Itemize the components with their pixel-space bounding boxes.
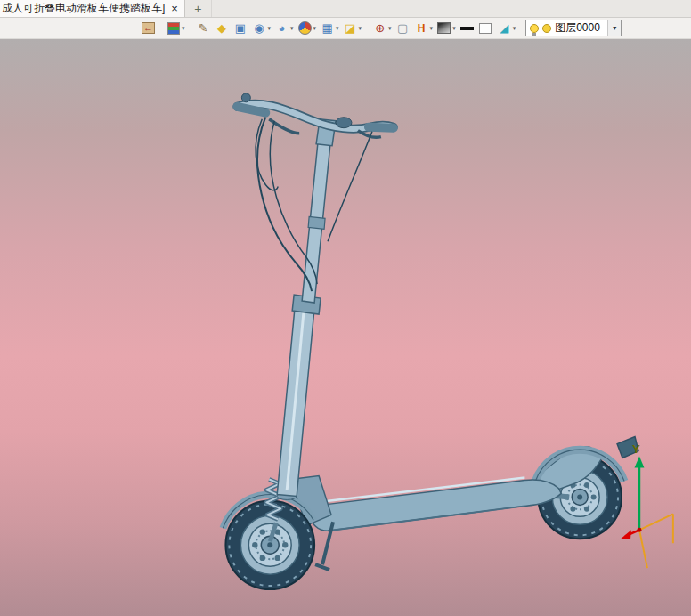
document-tab-title: 成人可折叠电动滑板车便携踏板车]	[2, 1, 165, 16]
section-glyph: H	[414, 20, 429, 36]
material-glyph: ◪	[343, 20, 358, 36]
shaded-view-glyph	[436, 20, 451, 36]
section-icon[interactable]: H ▾	[413, 19, 435, 37]
dropdown-arrow-icon[interactable]: ▾	[268, 25, 272, 32]
view-window-glyph: ▢	[395, 20, 411, 36]
dropdown-arrow-icon[interactable]: ▾	[388, 25, 392, 32]
extrude-cube-glyph: ▣	[233, 20, 248, 36]
view-window-icon[interactable]: ▢	[394, 19, 411, 37]
line-width-glyph	[459, 20, 475, 36]
scooter-model[interactable]: Y	[0, 39, 691, 616]
layer-color-icon	[542, 24, 551, 33]
axis-y-label: Y	[632, 442, 640, 456]
finish-exit-glyph: ←	[142, 22, 155, 34]
dropdown-arrow-icon[interactable]: ▾	[290, 25, 294, 32]
material-icon[interactable]: ◪ ▾	[342, 19, 363, 37]
dropdown-arrow-icon[interactable]: ▾	[359, 25, 362, 32]
dropdown-arrow-icon[interactable]: ▾	[430, 25, 434, 32]
cad-window: 成人可折叠电动滑板车便携踏板车] × + ← ▾ ✎ ◆ ▣ ◉ ▾ ◕	[0, 0, 691, 616]
document-tab[interactable]: 成人可折叠电动滑板车便携踏板车] ×	[0, 0, 185, 17]
sketch-pencil-icon[interactable]: ✎	[195, 19, 212, 37]
view-orient-glyph: ◢	[497, 20, 512, 36]
revolve-sphere-icon[interactable]: ◕ ▾	[273, 19, 295, 37]
dropdown-arrow-icon[interactable]: ▾	[513, 25, 516, 32]
shaded-view-icon[interactable]: ▾	[435, 19, 457, 37]
dropdown-arrow-icon[interactable]: ▾	[182, 25, 185, 32]
line-width-icon[interactable]	[459, 19, 476, 37]
dropdown-arrow-icon[interactable]: ▾	[336, 25, 339, 32]
stem-tube[interactable]	[277, 119, 336, 500]
background-blank-icon[interactable]	[477, 19, 494, 37]
display-mode-glyph	[166, 20, 181, 36]
layer-combo[interactable]: 图层0000 ▾	[525, 20, 622, 36]
tab-bar: 成人可折叠电动滑板车便携踏板车] × +	[0, 0, 691, 18]
color-wheel-glyph	[297, 20, 313, 36]
extrude-cube-icon[interactable]: ▣	[232, 19, 249, 37]
boolean-cube-icon[interactable]: ◉ ▾	[251, 19, 272, 37]
main-toolbar: ← ▾ ✎ ◆ ▣ ◉ ▾ ◕ ▾ ▾ ▦	[0, 18, 691, 39]
boolean-cube-glyph: ◉	[252, 20, 267, 36]
sketch-pencil-glyph: ✎	[196, 20, 211, 36]
finish-exit-icon[interactable]: ←	[141, 19, 156, 37]
locate-crosshair-glyph: ⊕	[372, 20, 387, 36]
view-orient-icon[interactable]: ◢ ▾	[496, 19, 517, 37]
pattern-grid-icon[interactable]: ▦ ▾	[319, 19, 340, 37]
revolve-sphere-glyph: ◕	[274, 20, 289, 36]
chamfer-icon[interactable]: ◆	[214, 19, 231, 37]
dropdown-arrow-icon[interactable]: ▾	[313, 25, 317, 32]
dropdown-arrow-icon[interactable]: ▾	[452, 25, 456, 32]
pattern-grid-glyph: ▦	[320, 20, 335, 36]
new-tab-button[interactable]: +	[185, 0, 212, 17]
chamfer-glyph: ◆	[215, 20, 230, 36]
display-mode-icon[interactable]: ▾	[165, 19, 186, 37]
color-wheel-icon[interactable]: ▾	[297, 19, 318, 37]
layer-combo-arrow-icon[interactable]: ▾	[607, 20, 621, 36]
locate-crosshair-icon[interactable]: ⊕ ▾	[371, 19, 393, 37]
layer-visibility-bulb-icon[interactable]	[530, 24, 539, 33]
layer-name: 图层0000	[555, 20, 604, 36]
viewport-3d[interactable]: Y	[0, 39, 691, 616]
background-blank-glyph	[478, 20, 493, 36]
orientation-axes: Y	[621, 442, 673, 569]
deck[interactable]	[290, 475, 561, 570]
tab-close-icon[interactable]: ×	[171, 3, 178, 14]
